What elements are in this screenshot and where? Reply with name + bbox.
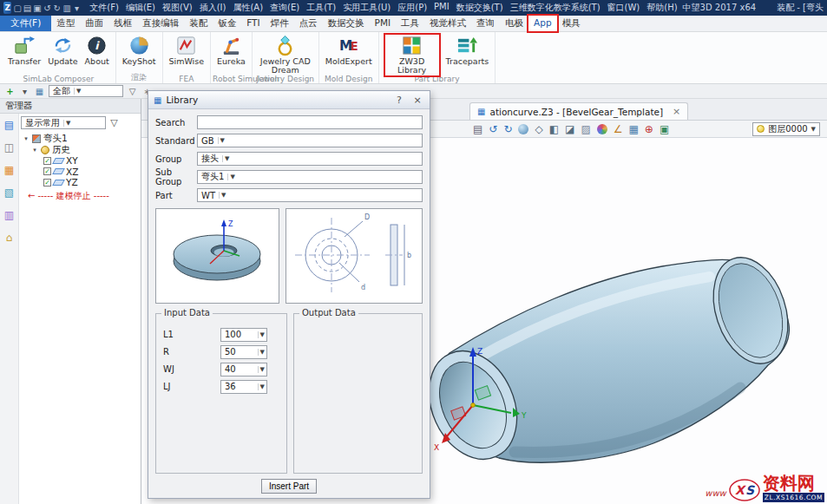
shade-mode-icon[interactable] <box>518 124 528 134</box>
ribbon-tab-app[interactable]: App <box>528 16 557 31</box>
subgroup-combo[interactable]: 弯头1 ▼ <box>197 170 423 184</box>
collapse-arrow-icon[interactable]: ▾ <box>23 135 30 142</box>
ribbon-tab-visualize[interactable]: 视觉样式 <box>424 16 471 31</box>
tree-item-history[interactable]: ▾ 历史 <box>21 145 139 156</box>
library-dialog-titlebar[interactable]: ▦ Library ? × <box>148 91 430 109</box>
background-icon[interactable]: ▨ <box>581 124 590 134</box>
moldexpert-button[interactable]: ME MoldExpert <box>325 35 372 66</box>
tree-item-plane-xz[interactable]: ✓ XZ <box>21 167 139 178</box>
ribbon-tab-point-cloud[interactable]: 点云 <box>294 16 323 31</box>
param-lj-spinner[interactable]: 36 ▼ <box>220 380 267 394</box>
zw3d-library-button[interactable]: ZW3D Library <box>385 35 439 75</box>
undo-view-icon[interactable]: ↺ <box>489 124 497 134</box>
ribbon-tab-sheet-metal[interactable]: 钣金 <box>213 16 241 31</box>
visibility-checkbox[interactable]: ✓ <box>43 179 51 187</box>
filter-icon[interactable]: ▽ <box>127 87 138 96</box>
menu-pmi[interactable]: PMI <box>430 2 453 14</box>
ribbon-tab-fti[interactable]: FTI <box>241 16 265 31</box>
history-manager-icon[interactable]: ▤ <box>3 119 16 132</box>
tree-item-plane-yz[interactable]: ✓ YZ <box>21 177 139 188</box>
assembly-manager-icon[interactable]: ◫ <box>3 141 16 154</box>
view-manager-icon[interactable]: ▦ <box>3 164 16 177</box>
update-button[interactable]: Update <box>48 35 77 66</box>
group-combo[interactable]: 接头 ▼ <box>197 152 423 166</box>
add-icon[interactable]: + <box>4 87 16 96</box>
param-l1-spinner[interactable]: 100 ▼ <box>220 328 267 342</box>
ribbon-tab-shape[interactable]: 造型 <box>51 16 80 31</box>
menu-applications[interactable]: 应用(P) <box>394 2 430 14</box>
library-manager-icon[interactable]: ▥ <box>3 209 16 222</box>
document-tab[interactable]: ▦ ationcurve.Z3 - [BevelGear_Template] × <box>469 102 688 120</box>
ribbon-tab-assembly[interactable]: 装配 <box>184 16 213 31</box>
part-combo[interactable]: WT ▼ <box>197 188 423 202</box>
collapse-arrow-icon[interactable]: ▾ <box>31 147 38 154</box>
menu-view[interactable]: 视图(V) <box>159 2 196 14</box>
ribbon-tab-surface[interactable]: 曲面 <box>80 16 108 31</box>
save-icon[interactable]: ▣ <box>33 2 41 14</box>
new-file-icon[interactable]: ▢ <box>13 2 21 14</box>
param-wj-spinner[interactable]: 40 ▼ <box>220 363 267 376</box>
menu-help[interactable]: 帮助(H) <box>643 2 680 14</box>
menu-file[interactable]: 文件(F) <box>86 2 122 14</box>
menu-insert[interactable]: 插入(I) <box>196 2 230 14</box>
history-stop-marker[interactable]: ← ----- 建模停止 ----- <box>21 190 139 202</box>
insert-part-button[interactable]: Insert Part <box>261 479 317 494</box>
open-file-icon[interactable]: ▤ <box>23 2 31 14</box>
ribbon-tab-file[interactable]: 文件(F) <box>0 16 51 31</box>
visibility-checkbox[interactable]: ✓ <box>43 157 51 165</box>
expand-icon[interactable]: ▾ <box>19 87 30 96</box>
role-manager-icon[interactable]: ⌂ <box>3 232 16 245</box>
menu-teaching-system[interactable]: 三维数字化教学系统(T) <box>507 2 604 14</box>
customize-quick-access-icon[interactable]: ▾ <box>73 2 81 14</box>
menu-data-exchange[interactable]: 数据交换(T) <box>453 2 507 14</box>
redo-view-icon[interactable]: ↻ <box>503 124 512 134</box>
undo-icon[interactable]: ↺ <box>43 2 51 14</box>
tree-filter-icon[interactable]: ▽ <box>108 117 120 128</box>
ribbon-tab-pmi[interactable]: PMI <box>370 16 397 31</box>
menu-inquire[interactable]: 查询(E) <box>266 2 303 14</box>
transfer-button[interactable]: Transfer <box>8 35 41 66</box>
visual-manager-icon[interactable]: ▧ <box>3 187 16 200</box>
measure-icon[interactable]: ∠ <box>614 124 623 134</box>
eureka-button[interactable]: Eureka <box>217 35 246 66</box>
ribbon-tab-tools[interactable]: 工具 <box>396 16 424 31</box>
menu-tools[interactable]: 工具(T) <box>303 2 339 14</box>
tree-item-plane-xy[interactable]: ✓ XY <box>21 155 139 167</box>
wireframe-mode-icon[interactable]: ◇ <box>535 124 542 134</box>
tree-item-root[interactable]: ▾ 弯头1 <box>21 134 139 145</box>
ribbon-tab-wireframe[interactable]: 线框 <box>108 16 137 31</box>
menu-window[interactable]: 窗口(W) <box>604 2 644 14</box>
standard-combo[interactable]: GB ▼ <box>197 134 423 147</box>
about-button[interactable]: i About <box>85 35 109 66</box>
traceparts-button[interactable]: Traceparts <box>446 35 489 75</box>
ribbon-tab-electrode[interactable]: 电极 <box>500 16 528 31</box>
filter-all-combo[interactable]: 全部 ▼ <box>49 85 123 97</box>
keyshot-button[interactable]: KeyShot <box>122 35 156 66</box>
help-button[interactable]: ? <box>392 95 406 106</box>
close-button[interactable]: × <box>410 95 424 106</box>
menu-utilities[interactable]: 实用工具(U) <box>339 2 394 14</box>
tab-close-icon[interactable]: × <box>673 106 680 117</box>
print-icon[interactable]: ▥ <box>62 2 70 14</box>
named-view-icon[interactable]: ▣ <box>660 124 669 134</box>
csys-icon[interactable]: ⊕ <box>645 124 653 134</box>
grid-icon[interactable]: ▦ <box>629 124 639 134</box>
ribbon-tab-inquire[interactable]: 查询 <box>471 16 500 31</box>
simwise-button[interactable]: SimWise <box>169 35 205 66</box>
pick-grid-icon[interactable]: ▦ <box>34 87 45 96</box>
ribbon-tab-data-exchange[interactable]: 数据交换 <box>323 16 370 31</box>
menu-attributes[interactable]: 属性(A) <box>229 2 266 14</box>
menu-edit[interactable]: 编辑(E) <box>122 2 159 14</box>
clipboard-icon[interactable]: ▤ <box>473 124 482 134</box>
visibility-checkbox[interactable]: ✓ <box>43 167 51 175</box>
jewelry-cad-dream-button[interactable]: Jewelry CAD Dream <box>259 35 312 75</box>
ribbon-tab-direct-edit[interactable]: 直接编辑 <box>137 16 184 31</box>
section-view-icon[interactable]: ◧ <box>549 124 559 134</box>
layer-combo[interactable]: 图层0000 ▼ <box>752 122 820 136</box>
history-filter-combo[interactable]: 显示常用 ▼ <box>21 116 106 129</box>
ribbon-tab-weldments[interactable]: 焊件 <box>266 16 294 31</box>
redo-icon[interactable]: ↻ <box>53 2 61 14</box>
palette-icon[interactable] <box>597 124 607 134</box>
ribbon-tab-mold[interactable]: 模具 <box>557 16 586 31</box>
search-input[interactable] <box>197 115 423 129</box>
